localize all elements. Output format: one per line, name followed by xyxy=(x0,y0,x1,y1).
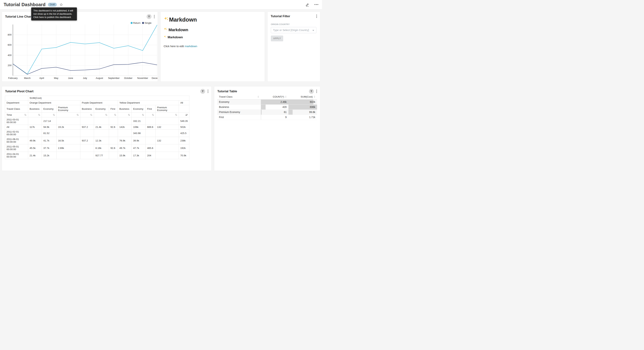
origin-country-select[interactable]: Type or Select [Origin Country] xyxy=(271,27,316,33)
pivot-cell: 21.4k xyxy=(28,152,42,159)
count-cell: 9 xyxy=(261,115,288,120)
markdown-heading-2: Markdown xyxy=(164,28,265,32)
pivot-cell: 2.69k xyxy=(56,144,80,152)
caret-sort-icon xyxy=(314,96,315,98)
apply-button[interactable]: APPLY xyxy=(271,36,283,41)
pivot-table-grid: SUM(Cost)DepartmentOrange DepartmentPurp… xyxy=(5,96,190,159)
favorite-star-icon[interactable] xyxy=(60,3,63,6)
pivot-cell xyxy=(28,130,42,137)
pivot-sort-button[interactable] xyxy=(146,112,156,117)
pivot-cell xyxy=(80,130,94,137)
pivot-cell: 117k xyxy=(28,125,42,130)
more-horizontal-icon[interactable] xyxy=(314,4,318,5)
table-row: First91.71k xyxy=(217,115,317,120)
markdown-edit-link[interactable]: markdown xyxy=(185,44,197,48)
markdown-card: Markdown Markdown Markdown Click here to… xyxy=(160,12,265,82)
pivot-class-header: Business xyxy=(28,105,42,112)
filter-funnel-icon[interactable] xyxy=(146,14,152,19)
sort-both-icon xyxy=(128,114,130,116)
pivot-sort-button[interactable] xyxy=(118,112,132,117)
pivot-cell: 70.9k xyxy=(179,152,190,159)
pivot-sort-button[interactable] xyxy=(132,112,146,117)
draft-badge[interactable]: Draft xyxy=(48,3,57,6)
svg-text:March: March xyxy=(24,77,30,80)
pivot-sort-button[interactable] xyxy=(94,112,109,117)
pivot-row: 2011-03-01 00:00:00217.14332.21549.35 xyxy=(5,117,190,125)
header-actions xyxy=(306,3,318,6)
pivot-class-header xyxy=(179,105,190,112)
publish-tooltip[interactable]: This dashboard is not published, it will… xyxy=(31,8,77,20)
pivot-sort-button[interactable] xyxy=(179,112,190,117)
filter-funnel-icon[interactable] xyxy=(309,89,314,94)
pivot-cell: 937.2 xyxy=(80,125,94,130)
pivot-cell xyxy=(80,152,94,159)
pivot-cell xyxy=(146,117,156,125)
pivot-card-title: Tutorial Pivot Chart xyxy=(5,90,34,93)
pivot-cell: 142k xyxy=(118,125,132,130)
pivot-chart-card: Tutorial Pivot Chart SUM(Cost)Department… xyxy=(2,86,212,171)
chart-title: Tutorial Line Chart xyxy=(5,15,32,18)
select-placeholder: Type or Select [Origin Country] xyxy=(273,29,309,32)
pivot-cell: 45.5k xyxy=(28,144,42,152)
pivot-cell xyxy=(109,130,118,137)
more-vertical-icon[interactable] xyxy=(316,14,318,18)
sparkles-icon xyxy=(164,35,166,39)
sparkles-icon xyxy=(164,16,169,23)
svg-text:September: September xyxy=(108,77,120,80)
svg-text:February: February xyxy=(8,77,18,80)
more-vertical-icon[interactable] xyxy=(154,14,155,19)
pivot-row: 2011-06-01 00:00:0049.9k41.7k16.5k937.21… xyxy=(5,137,190,144)
column-header-count[interactable]: COUNT(*) xyxy=(261,94,288,100)
pivot-sort-button[interactable] xyxy=(156,112,179,117)
travel-class-cell: First xyxy=(217,115,261,120)
pivot-row-header: 2011-05-01 00:00:00 xyxy=(5,144,28,152)
card-header: Tutorial Line Chart xyxy=(2,12,158,19)
markdown-heading-3: Markdown xyxy=(164,35,265,39)
svg-text:July: July xyxy=(83,77,87,80)
edit-pencil-icon[interactable] xyxy=(306,3,309,6)
pivot-row-header: 2011-06-01 00:00:00 xyxy=(5,137,28,144)
sum-cost-cell: 1.71k xyxy=(288,115,317,120)
pivot-cell: 669.6 xyxy=(146,125,156,130)
pivot-sort-button[interactable] xyxy=(28,112,42,117)
pivot-cell: 217.14 xyxy=(42,117,56,125)
pivot-cell xyxy=(56,117,80,125)
pivot-cell xyxy=(156,117,179,125)
filter-funnel-icon[interactable] xyxy=(200,89,205,94)
pivot-cell: 332.21 xyxy=(132,117,146,125)
page-title: Tutorial Dashboard xyxy=(4,2,46,7)
pivot-cell: 927.77 xyxy=(94,152,109,159)
line-chart-card: Tutorial Line Chart ReturnSingle Februar… xyxy=(2,12,158,82)
pivot-cell xyxy=(80,117,94,125)
sort-desc-icon xyxy=(186,114,188,116)
column-header-sum-cost[interactable]: SUM(Cost) xyxy=(288,94,317,100)
markdown-edit-hint: Click here to edit markdown xyxy=(164,44,265,48)
pivot-sort-time[interactable]: Time xyxy=(5,112,28,117)
pivot-class-header: Premium Economy xyxy=(56,105,80,112)
card-header: Tutorial Filter xyxy=(268,12,320,18)
more-vertical-icon[interactable] xyxy=(207,89,209,94)
more-vertical-icon[interactable] xyxy=(316,89,318,94)
pivot-cell xyxy=(109,117,118,125)
pivot-class-header: First xyxy=(109,105,118,112)
count-cell: 420 xyxy=(261,105,288,110)
pivot-cell: 49.7k xyxy=(118,144,132,152)
table-row: Economy2.46k602k xyxy=(217,100,317,105)
count-cell: 61 xyxy=(261,110,288,115)
pivot-sort-button[interactable] xyxy=(42,112,56,117)
sum-cost-cell: 602k xyxy=(288,100,317,105)
line-chart-svg: FebruaryMarchAprilMayJuneJulyAugustSepte… xyxy=(4,23,158,80)
pivot-cell: 15.9k xyxy=(118,152,132,159)
pivot-class-header: Premium Economy xyxy=(156,105,179,112)
pivot-sort-button[interactable] xyxy=(80,112,94,117)
table-row: Premium Economy6199.8k xyxy=(217,110,317,115)
line-chart[interactable]: FebruaryMarchAprilMayJuneJulyAugustSepte… xyxy=(4,23,158,80)
column-header-travel-class[interactable]: Travel Class xyxy=(217,94,261,100)
pivot-cell: 549.35 xyxy=(179,117,190,125)
pivot-cell xyxy=(118,117,132,125)
pivot-sort-button[interactable] xyxy=(56,112,80,117)
pivot-sort-button[interactable] xyxy=(109,112,118,117)
pivot-cell xyxy=(80,144,94,152)
caret-sort-icon xyxy=(285,96,287,98)
svg-text:August: August xyxy=(96,77,103,80)
